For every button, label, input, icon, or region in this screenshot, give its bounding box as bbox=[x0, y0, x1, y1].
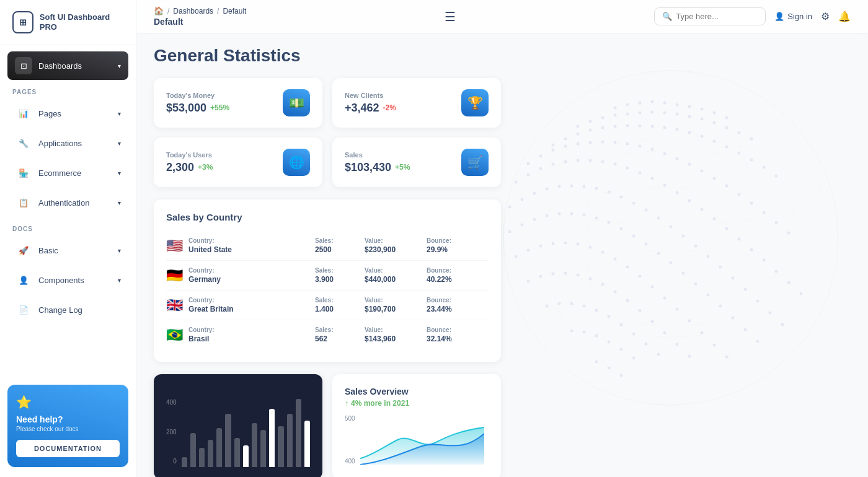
documentation-button[interactable]: DOCUMENTATION bbox=[16, 440, 120, 457]
svg-point-151 bbox=[601, 251, 604, 254]
pages-icon: 📊 bbox=[15, 105, 32, 122]
sidebar-item-pages[interactable]: 📊 Pages ▾ bbox=[7, 99, 128, 128]
svg-point-82 bbox=[589, 159, 592, 162]
sidebar: ⊞ Soft UI Dashboard PRO ⊡ Dashboards ▾ P… bbox=[0, 0, 136, 477]
svg-point-121 bbox=[769, 312, 772, 315]
svg-point-116 bbox=[707, 255, 710, 258]
svg-point-12 bbox=[639, 102, 642, 105]
svg-point-168 bbox=[601, 283, 604, 286]
svg-point-9 bbox=[505, 72, 837, 404]
sidebar-item-authentication[interactable]: 📋 Authentication ▾ bbox=[7, 188, 128, 217]
users-icon: 🌐 bbox=[283, 149, 310, 176]
authentication-icon: 📋 bbox=[15, 194, 32, 211]
svg-point-175 bbox=[688, 355, 691, 358]
chevron-down-icon: ▾ bbox=[118, 199, 121, 206]
svg-point-135 bbox=[657, 252, 660, 255]
svg-point-62 bbox=[626, 142, 629, 146]
svg-point-172 bbox=[651, 320, 654, 323]
country-us: United State bbox=[188, 245, 315, 254]
svg-point-178 bbox=[570, 302, 574, 305]
svg-point-58 bbox=[577, 142, 580, 146]
bar-0 bbox=[182, 457, 187, 467]
svg-point-104 bbox=[558, 185, 561, 188]
search-input[interactable] bbox=[676, 12, 758, 21]
svg-point-74 bbox=[775, 221, 778, 224]
svg-point-190 bbox=[620, 348, 623, 351]
stat-card-money: Today's Money $53,000 +55% 💵 bbox=[154, 78, 322, 128]
stat-card-users: Today's Users 2,300 +3% 🌐 bbox=[154, 138, 322, 187]
chevron-down-icon: ▾ bbox=[118, 110, 121, 117]
svg-point-138 bbox=[694, 282, 698, 286]
svg-point-126 bbox=[546, 214, 549, 217]
svg-point-64 bbox=[651, 148, 654, 151]
chart-y-0: 0 bbox=[166, 458, 177, 465]
sidebar-item-ecommerce[interactable]: 🏪 Ecommerce ▾ bbox=[7, 159, 128, 187]
svg-point-189 bbox=[608, 341, 611, 344]
svg-point-102 bbox=[533, 192, 536, 195]
sidebar-logo: ⊞ Soft UI Dashboard PRO bbox=[0, 0, 136, 45]
stats-grid: Today's Money $53,000 +55% 💵 New Clients… bbox=[154, 78, 501, 187]
svg-point-5 bbox=[522, 250, 820, 325]
svg-point-154 bbox=[639, 275, 642, 278]
stat-label-users: Today's Users bbox=[166, 151, 213, 159]
chevron-down-icon: ▾ bbox=[118, 63, 121, 69]
svg-point-29 bbox=[688, 115, 691, 118]
svg-point-158 bbox=[688, 320, 691, 323]
svg-point-43 bbox=[651, 125, 654, 128]
svg-point-86 bbox=[639, 172, 642, 175]
svg-point-181 bbox=[608, 315, 611, 318]
value-gb: $190,700 bbox=[365, 305, 427, 313]
svg-point-25 bbox=[639, 112, 642, 115]
svg-point-54 bbox=[527, 162, 530, 165]
search-icon: 🔍 bbox=[662, 12, 672, 21]
svg-point-125 bbox=[533, 218, 536, 221]
svg-point-93 bbox=[725, 227, 728, 230]
bar-10 bbox=[269, 409, 275, 467]
svg-point-27 bbox=[663, 112, 666, 115]
settings-icon[interactable]: ⚙ bbox=[821, 11, 830, 22]
stat-value-users: 2,300 bbox=[166, 161, 194, 174]
svg-point-187 bbox=[583, 331, 586, 334]
svg-point-31 bbox=[713, 121, 716, 125]
bell-icon[interactable]: 🔔 bbox=[838, 11, 851, 22]
svg-point-46 bbox=[688, 131, 691, 134]
sign-in-label: Sign in bbox=[787, 12, 812, 21]
svg-point-72 bbox=[750, 202, 753, 205]
svg-point-28 bbox=[676, 113, 679, 116]
svg-point-192 bbox=[595, 361, 598, 364]
svg-point-70 bbox=[725, 185, 728, 188]
bar-9 bbox=[260, 430, 266, 467]
svg-point-8 bbox=[547, 71, 795, 405]
svg-point-32 bbox=[725, 126, 728, 129]
bar-chart-card: 400 200 0 bbox=[154, 374, 322, 477]
sales-country-title: Sales by Country bbox=[166, 212, 489, 222]
svg-point-16 bbox=[688, 105, 691, 108]
sidebar-item-components[interactable]: 👤 Components ▾ bbox=[7, 266, 128, 294]
svg-point-132 bbox=[620, 227, 623, 230]
main-area: 🏠 / Dashboards / Default Default ☰ 🔍 👤 S… bbox=[136, 0, 868, 477]
sidebar-item-basic[interactable]: 🚀 Basic ▾ bbox=[7, 236, 128, 265]
sidebar-item-dashboards[interactable]: ⊡ Dashboards ▾ bbox=[7, 51, 128, 80]
bar-4 bbox=[216, 428, 222, 467]
help-subtitle: Please check our docs bbox=[16, 426, 120, 432]
svg-point-160 bbox=[713, 344, 716, 347]
bar-2 bbox=[199, 448, 205, 467]
sidebar-label-ecommerce: Ecommerce bbox=[38, 168, 81, 178]
sidebar-item-applications[interactable]: 🔧 Applications ▾ bbox=[7, 129, 128, 157]
svg-point-162 bbox=[527, 280, 530, 283]
svg-point-161 bbox=[725, 356, 728, 359]
svg-point-134 bbox=[645, 243, 648, 246]
stat-value-sales: $103,430 bbox=[345, 161, 391, 174]
svg-point-143 bbox=[756, 340, 760, 343]
globe-decoration: /* dots rendered inline below */ bbox=[491, 46, 851, 430]
stat-label-money: Today's Money bbox=[166, 92, 229, 99]
svg-point-170 bbox=[626, 299, 629, 302]
svg-point-18 bbox=[713, 112, 716, 115]
hamburger-icon[interactable]: ☰ bbox=[445, 10, 456, 24]
sign-in-button[interactable]: 👤 Sign in bbox=[774, 12, 812, 21]
svg-point-75 bbox=[787, 232, 790, 235]
sidebar-item-changelog[interactable]: 📄 Change Log bbox=[7, 295, 128, 324]
money-icon: 💵 bbox=[283, 89, 310, 116]
svg-point-184 bbox=[645, 343, 648, 346]
svg-point-147 bbox=[552, 242, 555, 245]
